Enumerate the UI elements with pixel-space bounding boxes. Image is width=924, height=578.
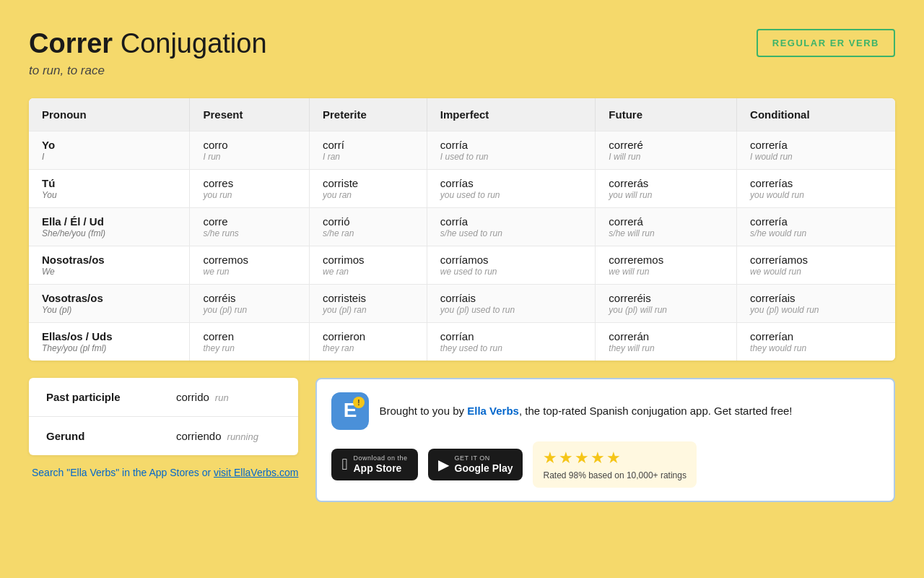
title-block: Correr Conjugation to run, to race bbox=[29, 29, 267, 78]
cell-future: correréisyou (pl) will run bbox=[596, 284, 737, 322]
promo-buttons:  Download on the App Store ▶ GET IT ON … bbox=[331, 441, 879, 488]
col-imperfect: Imperfect bbox=[427, 98, 596, 131]
cell-conditional: correrías/he would run bbox=[737, 207, 895, 246]
cell-conditional: correríamoswe would run bbox=[737, 246, 895, 284]
cell-preterite: corristeisyou (pl) ran bbox=[310, 284, 427, 322]
cell-imperfect: corríanthey used to run bbox=[427, 322, 596, 361]
rating-stars: ★★★★★ bbox=[543, 449, 686, 467]
cell-present: correnthey run bbox=[190, 322, 310, 361]
promo-description: Brought to you by Ella Verbs, the top-ra… bbox=[379, 403, 792, 420]
cell-pronoun: Vosotras/osYou (pl) bbox=[29, 284, 190, 322]
cell-pronoun: Ella / Él / UdShe/he/you (fml) bbox=[29, 207, 190, 246]
app-store-top-text: Download on the bbox=[354, 454, 408, 462]
cell-preterite: corristeyou ran bbox=[310, 169, 427, 207]
cell-pronoun: TúYou bbox=[29, 169, 190, 207]
cell-conditional: correríaI would run bbox=[737, 131, 895, 169]
cell-imperfect: corríamoswe used to run bbox=[427, 246, 596, 284]
col-conditional: Conditional bbox=[737, 98, 895, 131]
cell-pronoun: Ellas/os / UdsThey/you (pl fml) bbox=[29, 322, 190, 361]
cell-future: correrásyou will run bbox=[596, 169, 737, 207]
promo-brand-link[interactable]: Ella Verbs bbox=[467, 405, 519, 417]
search-text: Search "Ella Verbs" in the App Stores or… bbox=[29, 467, 298, 478]
col-preterite: Preterite bbox=[310, 98, 427, 131]
google-play-button[interactable]: ▶ GET IT ON Google Play bbox=[428, 449, 523, 480]
ella-verbs-link[interactable]: visit EllaVerbs.com bbox=[214, 467, 298, 478]
col-future: Future bbox=[596, 98, 737, 131]
col-pronoun: Pronoun bbox=[29, 98, 190, 131]
cell-preterite: corríI ran bbox=[310, 131, 427, 169]
cell-future: correrás/he will run bbox=[596, 207, 737, 246]
table-row: Vosotras/osYou (pl)corréisyou (pl) runco… bbox=[29, 284, 895, 322]
cell-present: corroI run bbox=[190, 131, 310, 169]
cell-preterite: corrieronthey ran bbox=[310, 322, 427, 361]
left-bottom: Past participle corridorun Gerund corrie… bbox=[29, 378, 298, 478]
page-subtitle: to run, to race bbox=[29, 64, 267, 78]
col-present: Present bbox=[190, 98, 310, 131]
verb-type-badge: REGULAR ER VERB bbox=[757, 29, 895, 57]
apple-icon:  bbox=[341, 455, 347, 474]
rating-text: Rated 98% based on 10,000+ ratings bbox=[543, 470, 686, 480]
table-row: TúYoucorresyou runcorristeyou rancorrías… bbox=[29, 169, 895, 207]
google-play-bottom-text: Google Play bbox=[455, 462, 513, 475]
cell-conditional: correríasyou would run bbox=[737, 169, 895, 207]
cell-present: corres/he runs bbox=[190, 207, 310, 246]
page-title: Correr Conjugation bbox=[29, 29, 267, 59]
cell-future: correránthey will run bbox=[596, 322, 737, 361]
gerund-value: corriendorunning bbox=[176, 430, 258, 442]
past-participle-value: corridorun bbox=[176, 391, 229, 403]
past-participle-label: Past participle bbox=[46, 391, 176, 403]
cell-present: corréisyou (pl) run bbox=[190, 284, 310, 322]
svg-text:!: ! bbox=[358, 399, 360, 407]
table-row: Nosotras/osWecorremoswe runcorrimoswe ra… bbox=[29, 246, 895, 284]
promo-header: E ! Brought to you by Ella Verbs, the to… bbox=[331, 392, 879, 430]
conjugation-table-wrapper: Pronoun Present Preterite Imperfect Futu… bbox=[29, 98, 895, 361]
cell-imperfect: corríasyou used to run bbox=[427, 169, 596, 207]
cell-imperfect: corríaI used to run bbox=[427, 131, 596, 169]
cell-conditional: correríaisyou (pl) would run bbox=[737, 284, 895, 322]
promo-box: E ! Brought to you by Ella Verbs, the to… bbox=[315, 378, 895, 502]
gerund-row: Gerund corriendorunning bbox=[29, 417, 298, 455]
cell-pronoun: Nosotras/osWe bbox=[29, 246, 190, 284]
cell-pronoun: YoI bbox=[29, 131, 190, 169]
app-store-button[interactable]:  Download on the App Store bbox=[331, 449, 417, 480]
ella-verbs-app-icon: E ! bbox=[331, 392, 369, 430]
google-play-icon: ▶ bbox=[438, 456, 449, 473]
cell-future: correremoswe will run bbox=[596, 246, 737, 284]
table-header-row: Pronoun Present Preterite Imperfect Futu… bbox=[29, 98, 895, 131]
past-participle-row: Past participle corridorun bbox=[29, 378, 298, 417]
cell-conditional: correríanthey would run bbox=[737, 322, 895, 361]
rating-box: ★★★★★ Rated 98% based on 10,000+ ratings bbox=[533, 441, 696, 488]
table-row: Ella / Él / UdShe/he/you (fml)corres/he … bbox=[29, 207, 895, 246]
cell-present: corremoswe run bbox=[190, 246, 310, 284]
gerund-label: Gerund bbox=[46, 430, 176, 442]
participle-box: Past participle corridorun Gerund corrie… bbox=[29, 378, 298, 455]
table-row: YoIcorroI runcorríI rancorríaI used to r… bbox=[29, 131, 895, 169]
app-store-bottom-text: App Store bbox=[354, 462, 408, 475]
cell-preterite: corriós/he ran bbox=[310, 207, 427, 246]
table-row: Ellas/os / UdsThey/you (pl fml)correnthe… bbox=[29, 322, 895, 361]
cell-imperfect: corríaisyou (pl) used to run bbox=[427, 284, 596, 322]
google-play-top-text: GET IT ON bbox=[455, 454, 513, 462]
page-header: Correr Conjugation to run, to race REGUL… bbox=[29, 29, 895, 78]
cell-imperfect: corrías/he used to run bbox=[427, 207, 596, 246]
bottom-section: Past participle corridorun Gerund corrie… bbox=[29, 378, 895, 502]
conjugation-table: Pronoun Present Preterite Imperfect Futu… bbox=[29, 98, 895, 361]
cell-present: corresyou run bbox=[190, 169, 310, 207]
cell-preterite: corrimoswe ran bbox=[310, 246, 427, 284]
cell-future: correréI will run bbox=[596, 131, 737, 169]
